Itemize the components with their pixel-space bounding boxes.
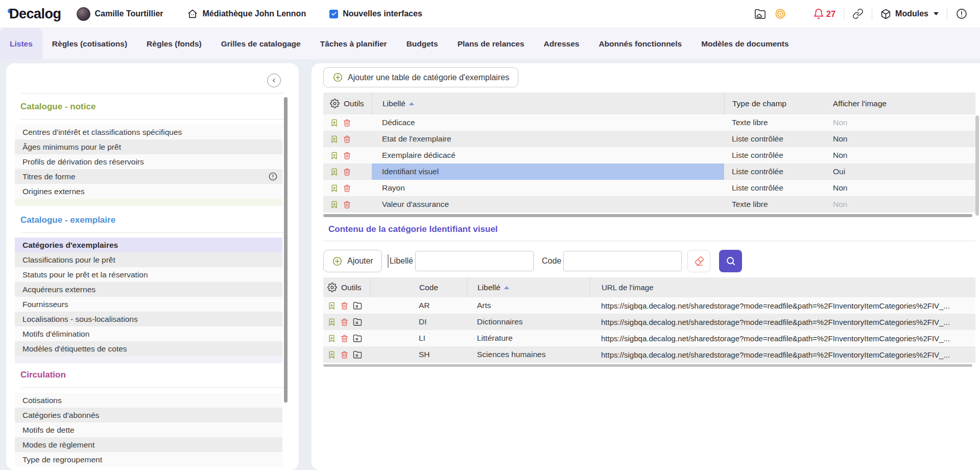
delete-icon[interactable] <box>343 168 351 176</box>
cell-image-url: https://sigbqa.decalog.net/sharedstorage… <box>590 297 975 314</box>
new-interfaces-toggle[interactable]: Nouvelles interfaces <box>329 9 422 18</box>
horizontal-scrollbar[interactable] <box>323 364 972 367</box>
tab-taches-a-planifier[interactable]: Tâches à planifier <box>310 28 397 59</box>
cell-libelle: Dictionnaires <box>467 314 590 330</box>
table-row-selected[interactable]: Identifiant visuel Liste contrôlée Oui <box>323 163 975 180</box>
bookmark-add-icon[interactable] <box>327 318 336 326</box>
delete-icon[interactable] <box>340 301 349 310</box>
plus-circle-icon <box>332 256 343 267</box>
add-item-button[interactable]: Ajouter <box>323 250 382 272</box>
delete-icon[interactable] <box>343 151 351 160</box>
table-row[interactable]: AR Arts https://sigbqa.decalog.net/share… <box>323 297 975 314</box>
sort-asc-icon <box>504 286 509 289</box>
delete-icon[interactable] <box>343 184 351 193</box>
tab-abonnes-fonctionnels[interactable]: Abonnés fonctionnels <box>589 28 691 59</box>
bookmark-add-icon[interactable] <box>330 119 339 127</box>
bookmark-add-icon[interactable] <box>330 168 339 176</box>
sidebar-item-classifications-pret[interactable]: Classifications pour le prêt <box>15 252 282 267</box>
help-button[interactable] <box>955 8 968 20</box>
delete-icon[interactable] <box>343 200 351 209</box>
sidebar-item-acquereurs-externes[interactable]: Acquéreurs externes <box>15 282 282 297</box>
table-row[interactable]: LI Littérature https://sigbqa.decalog.ne… <box>323 330 975 346</box>
image-folder-icon[interactable] <box>353 301 362 310</box>
tab-plans-de-relances[interactable]: Plans de relances <box>448 28 534 59</box>
modules-menu[interactable]: Modules <box>880 9 939 19</box>
section-catalogue-exemplaire: Catégories d'exemplaires Classifications… <box>6 238 299 363</box>
table-row[interactable]: SH Sciences humaines https://sigbqa.deca… <box>323 346 975 363</box>
decalog-logo: Decalog <box>9 6 61 22</box>
delete-icon[interactable] <box>343 119 351 127</box>
sidebar-item-type-de-regroupement[interactable]: Type de regroupement <box>15 452 282 467</box>
main-vertical-scrollbar[interactable] <box>975 115 979 216</box>
table-row[interactable]: Etat de l'exemplaire Liste contrôlée Non <box>323 131 975 147</box>
libelle-filter-label: Libellé <box>390 256 413 266</box>
table-row[interactable]: Exemplaire dédicacé Liste contrôlée Non <box>323 147 975 163</box>
sidebar-scrollbar[interactable] <box>284 97 288 403</box>
image-folder-icon[interactable] <box>353 350 362 359</box>
sidebar-item-modeles-etiquettes[interactable]: Modèles d'étiquettes de cotes <box>15 341 282 356</box>
sidebar-collapse-button[interactable] <box>267 74 281 87</box>
new-interfaces-checkbox[interactable] <box>329 10 338 18</box>
sidebar-item-centres-interet[interactable]: Centres d'intérêt et classifications spé… <box>15 125 282 139</box>
search-button[interactable] <box>719 250 742 272</box>
integrations-button[interactable] <box>852 8 864 19</box>
bookmark-add-icon[interactable] <box>330 200 339 209</box>
tab-grilles-de-catalogage[interactable]: Grilles de catalogage <box>211 28 310 59</box>
user-menu[interactable]: Camille Tourtillier <box>77 7 163 21</box>
bookmark-add-icon[interactable] <box>330 135 339 144</box>
info-icon[interactable] <box>268 172 278 181</box>
delete-icon[interactable] <box>340 318 349 326</box>
sidebar-item-motifs-de-dette[interactable]: Motifs de dette <box>15 422 282 437</box>
sidebar-item-ages-minimums[interactable]: Âges minimums pour le prêt <box>15 139 282 154</box>
sidebar-item-titres-de-forme[interactable]: Titres de forme <box>15 169 282 184</box>
delete-icon[interactable] <box>340 334 349 343</box>
code-filter-input[interactable] <box>563 251 682 271</box>
cell-image-url: https://sigbqa.decalog.net/sharedstorage… <box>590 330 975 346</box>
tab-regles-cotisations[interactable]: Règles (cotisations) <box>42 28 137 59</box>
sidebar-item-modes-de-reglement[interactable]: Modes de règlement <box>15 437 282 452</box>
divider <box>21 387 284 388</box>
table-row[interactable]: Valeur d'assurance Texte libre Non <box>323 196 975 213</box>
column-libelle-sortable[interactable]: Libellé <box>467 277 590 297</box>
column-libelle-sortable[interactable]: Libellé <box>372 92 724 114</box>
broadcast-button[interactable] <box>774 8 786 20</box>
bookmark-add-icon[interactable] <box>327 301 336 310</box>
sidebar-item-localisations[interactable]: Localisations - sous-localisations <box>15 312 282 326</box>
cell-afficher: Oui <box>829 163 975 180</box>
table-row[interactable]: Rayon Liste contrôlée Non <box>323 180 975 196</box>
tab-listes[interactable]: Listes <box>0 28 42 59</box>
column-outils[interactable]: Outils <box>323 277 370 297</box>
sidebar-item-profils-derivation[interactable]: Profils de dérivation des réservoirs <box>15 154 282 169</box>
notifications-button[interactable]: 27 <box>813 8 835 19</box>
tab-modeles-de-documents[interactable]: Modèles de documents <box>691 28 798 59</box>
sidebar-item-cotisations[interactable]: Cotisations <box>15 393 282 408</box>
bookmark-add-icon[interactable] <box>330 184 339 193</box>
horizontal-scrollbar[interactable] <box>323 214 972 217</box>
sidebar-item-motifs-elimination[interactable]: Motifs d'élimination <box>15 326 282 341</box>
library-selector[interactable]: Médiathèque John Lennon <box>187 8 306 19</box>
clear-filters-button[interactable] <box>687 250 710 272</box>
sidebar-item-origines-externes[interactable]: Origines externes <box>15 184 282 199</box>
sidebar-item-categories-abonnes[interactable]: Catégories d'abonnés <box>15 408 282 422</box>
bookmark-add-icon[interactable] <box>330 151 339 160</box>
delete-icon[interactable] <box>340 350 349 359</box>
image-folder-icon[interactable] <box>353 334 362 343</box>
table-row[interactable]: DI Dictionnaires https://sigbqa.decalog.… <box>323 314 975 330</box>
delete-icon[interactable] <box>343 135 351 144</box>
folder-cloud-button[interactable] <box>754 8 766 20</box>
tab-budgets[interactable]: Budgets <box>397 28 448 59</box>
add-category-table-button[interactable]: Ajouter une table de catégorie d'exempla… <box>323 67 518 87</box>
sidebar-item-fournisseurs[interactable]: Fournisseurs <box>15 297 282 312</box>
bookmark-add-icon[interactable] <box>327 350 336 359</box>
bookmark-add-icon[interactable] <box>327 334 336 343</box>
table-row[interactable]: Dédicace Texte libre Non <box>323 114 975 131</box>
section-title-circulation: Circulation <box>20 370 284 380</box>
tab-adresses[interactable]: Adresses <box>534 28 589 59</box>
column-outils[interactable]: Outils <box>323 92 372 114</box>
libelle-filter-input[interactable] <box>415 251 534 271</box>
cell-type: Liste contrôlée <box>724 131 829 147</box>
image-folder-icon[interactable] <box>353 317 362 326</box>
sidebar-item-categories-exemplaires[interactable]: Catégories d'exemplaires <box>15 238 282 252</box>
sidebar-item-statuts-pret-reservation[interactable]: Statuts pour le prêt et la réservation <box>15 267 282 282</box>
tab-regles-fonds[interactable]: Règles (fonds) <box>137 28 211 59</box>
